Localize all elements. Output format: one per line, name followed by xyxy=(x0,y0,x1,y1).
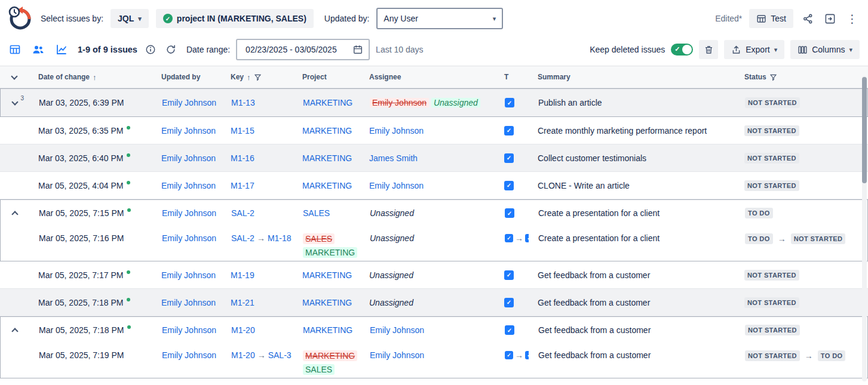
issue-key-link[interactable]: M1-13 xyxy=(231,98,255,107)
issue-key-link[interactable]: M1-21 xyxy=(231,298,254,307)
issue-summary: Create a presentation for a client xyxy=(529,226,735,243)
table-row: Mar 05, 2025, 7:15 PM Emily Johnson SAL-… xyxy=(1,200,867,226)
updated-by-link[interactable]: Emily Johnson xyxy=(161,298,216,307)
project-link[interactable]: MARKETING xyxy=(302,181,352,190)
calendar-icon[interactable] xyxy=(352,44,363,55)
changes-table: Date of change ↑ Updated by Key ↑ Projec… xyxy=(0,66,868,378)
issue-summary: Publish an article xyxy=(529,98,735,107)
project-link[interactable]: MARKETING xyxy=(302,298,352,307)
updated-by-link[interactable]: Emily Johnson xyxy=(161,126,216,135)
issue-key-link[interactable]: SAL-2 xyxy=(231,208,254,218)
collapse-group-button[interactable] xyxy=(9,323,21,337)
column-header-assignee[interactable]: Assignee xyxy=(360,73,498,81)
expand-group-button[interactable]: 3 xyxy=(9,97,21,108)
updated-by-link[interactable]: Emily Johnson xyxy=(161,153,216,163)
issues-count: 1-9 of 9 issues xyxy=(78,45,137,54)
refresh-button[interactable] xyxy=(164,42,178,57)
issue-key-link[interactable]: M1-20 xyxy=(231,325,255,335)
issue-summary: Get feedback from a customer xyxy=(528,298,735,307)
table-view-button[interactable] xyxy=(7,42,23,57)
columns-label: Columns xyxy=(812,45,845,54)
table-row: Mar 05, 2025, 4:04 PM Emily Johnson M1-1… xyxy=(0,172,868,199)
activity-chart-view-button[interactable] xyxy=(54,42,69,57)
column-header-summary[interactable]: Summary xyxy=(528,73,735,81)
issue-key-old-link[interactable]: M1-20 xyxy=(231,350,255,360)
issue-key-link[interactable]: M1-19 xyxy=(231,270,254,280)
table-row: Mar 05, 2025, 7:18 PM Emily Johnson M1-2… xyxy=(1,317,867,343)
assignee-link[interactable]: Emily Johnson xyxy=(370,325,424,335)
column-header-key[interactable]: Key ↑ xyxy=(221,73,293,82)
assignee-link[interactable]: Emily Johnson xyxy=(369,181,424,190)
saved-view-test-button[interactable]: Test xyxy=(749,9,793,28)
collapse-group-button[interactable] xyxy=(9,206,21,220)
grid-view-icon xyxy=(9,44,21,56)
issue-key-link[interactable]: M1-15 xyxy=(231,126,254,135)
more-menu-button[interactable]: ⋮ xyxy=(845,11,860,26)
task-type-icon: ✓ xyxy=(505,325,514,335)
issue-key-old-link[interactable]: SAL-2 xyxy=(231,233,254,243)
vertical-scrollbar[interactable] xyxy=(862,76,867,381)
project-link[interactable]: MARKETING xyxy=(303,325,352,335)
updated-by-value: Any User xyxy=(384,14,418,23)
chevron-up-icon xyxy=(11,328,18,334)
project-link[interactable]: MARKETING xyxy=(302,126,352,135)
status-old-badge: NOT STARTED xyxy=(745,350,800,361)
filter-icon[interactable] xyxy=(769,73,777,81)
sort-asc-icon[interactable]: ↑ xyxy=(247,73,251,82)
column-header-updated-by[interactable]: Updated by xyxy=(152,73,221,81)
open-view-button[interactable] xyxy=(823,11,838,26)
issue-history-app: Select issues by: JQL ▾ ✓ project IN (MA… xyxy=(0,0,868,385)
column-header-project[interactable]: Project xyxy=(293,73,360,81)
delete-button[interactable] xyxy=(699,40,718,59)
issue-summary: CLONE - Write an article xyxy=(528,181,735,190)
assignee-link[interactable]: Emily Johnson xyxy=(370,350,424,360)
project-old-value: SALES xyxy=(303,233,335,244)
project-link[interactable]: MARKETING xyxy=(302,153,352,163)
edited-indicator: Edited* xyxy=(715,14,742,23)
updated-by-link[interactable]: Emily Johnson xyxy=(161,181,216,190)
columns-button[interactable]: Columns ▾ xyxy=(790,40,860,59)
export-icon xyxy=(731,45,741,55)
info-button[interactable] xyxy=(143,42,158,57)
updated-by-link[interactable]: Emily Johnson xyxy=(162,98,216,107)
app-logo-icon xyxy=(7,5,33,32)
filter-icon[interactable] xyxy=(254,73,262,81)
updated-by-link[interactable]: Emily Johnson xyxy=(161,270,216,280)
users-view-button[interactable] xyxy=(30,42,46,57)
column-header-date[interactable]: Date of change ↑ xyxy=(29,73,152,82)
sort-asc-icon[interactable]: ↑ xyxy=(93,73,97,82)
project-link[interactable]: SALES xyxy=(303,208,330,218)
share-button[interactable] xyxy=(800,11,815,26)
export-button[interactable]: Export ▾ xyxy=(724,40,784,59)
change-date: Mar 03, 2025, 6:40 PM xyxy=(38,153,123,163)
project-link[interactable]: MARKETING xyxy=(303,98,352,107)
date-range-label: Date range: xyxy=(186,45,230,54)
project-link[interactable]: MARKETING xyxy=(302,270,352,280)
updated-by-link[interactable]: Emily Johnson xyxy=(162,325,216,335)
date-range-input[interactable]: 02/23/2025 - 03/05/2025 xyxy=(236,39,370,60)
table-row: Mar 05, 2025, 7:18 PM Emily Johnson M1-2… xyxy=(0,289,868,316)
jql-mode-button[interactable]: JQL ▾ xyxy=(111,9,149,28)
updated-by-link[interactable]: Emily Johnson xyxy=(162,208,216,218)
issue-key-link[interactable]: M1-17 xyxy=(231,181,254,190)
updated-by-link[interactable]: Emily Johnson xyxy=(162,233,216,243)
expand-all-button[interactable] xyxy=(8,72,20,82)
keep-deleted-toggle[interactable]: ✓ xyxy=(671,44,693,56)
column-header-status[interactable]: Status xyxy=(735,73,868,81)
assignee-link[interactable]: James Smith xyxy=(369,153,418,163)
keep-deleted-label: Keep deleted issues xyxy=(590,45,665,54)
new-change-dot xyxy=(127,126,130,130)
jql-query-pill[interactable]: ✓ project IN (MARKETING, SALES) xyxy=(156,9,314,28)
new-change-dot xyxy=(127,325,131,329)
change-date: Mar 03, 2025, 6:35 PM xyxy=(38,126,123,135)
scrollbar-thumb[interactable] xyxy=(862,77,867,183)
issue-key-link[interactable]: M1-16 xyxy=(231,153,254,163)
issue-key-new-link[interactable]: SAL-3 xyxy=(268,350,292,360)
chevron-down-icon: ▾ xyxy=(138,16,142,22)
column-header-type[interactable]: T xyxy=(498,73,528,81)
assignee-link[interactable]: Emily Johnson xyxy=(369,126,424,135)
updated-by-select[interactable]: Any User ▾ xyxy=(376,8,503,29)
issue-key-new-link[interactable]: M1-18 xyxy=(268,233,292,243)
updated-by-link[interactable]: Emily Johnson xyxy=(162,350,216,360)
assignee-value: Unassigned xyxy=(370,233,414,243)
